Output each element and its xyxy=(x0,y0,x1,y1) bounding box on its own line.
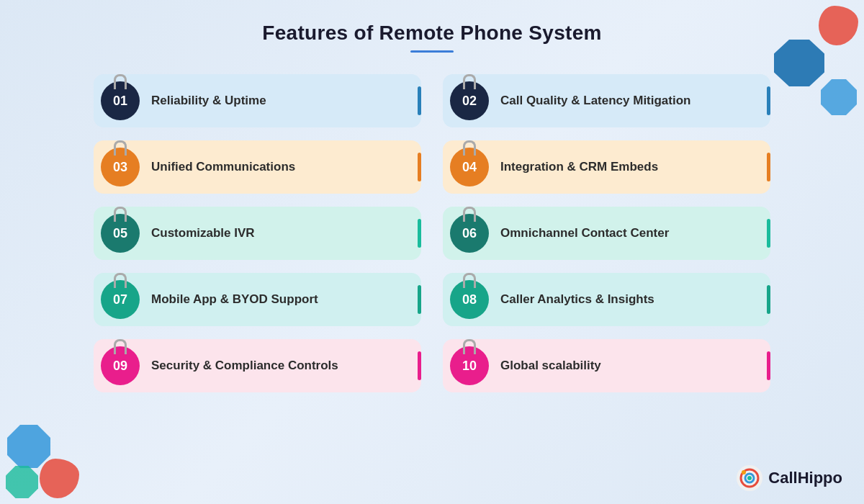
feature-accent-10 xyxy=(767,351,770,380)
logo-text: CallHippo xyxy=(768,469,842,487)
feature-badge-07: 07 xyxy=(101,280,140,319)
feature-card-09: 09Security & Compliance Controls xyxy=(94,339,421,392)
feature-card-08: 08Caller Analytics & Insights xyxy=(443,273,770,326)
feature-card-04: 04Integration & CRM Embeds xyxy=(443,140,770,194)
feature-label-04: Integration & CRM Embeds xyxy=(500,160,757,174)
svg-point-4 xyxy=(742,470,746,474)
feature-card-02: 02Call Quality & Latency Mitigation xyxy=(443,74,770,127)
feature-accent-09 xyxy=(418,351,421,380)
feature-label-09: Security & Compliance Controls xyxy=(151,359,408,373)
feature-card-03: 03Unified Communications xyxy=(94,140,421,194)
feature-card-01: 01Reliability & Uptime xyxy=(94,74,421,127)
deco-shape-bl-red xyxy=(40,459,79,498)
feature-label-10: Global scalability xyxy=(500,359,757,373)
feature-accent-06 xyxy=(767,219,770,248)
feature-accent-03 xyxy=(418,153,421,181)
feature-accent-04 xyxy=(767,153,770,181)
feature-badge-02: 02 xyxy=(450,81,489,120)
feature-card-05: 05Customizable IVR xyxy=(94,207,421,260)
feature-accent-07 xyxy=(418,285,421,314)
feature-label-07: Mobile App & BYOD Support xyxy=(151,292,408,307)
feature-label-03: Unified Communications xyxy=(151,160,408,174)
deco-shape-bl-teal xyxy=(6,466,38,498)
feature-card-06: 06Omnichannel Contact Center xyxy=(443,207,770,260)
title-section: Features of Remote Phone System xyxy=(0,0,864,53)
feature-accent-08 xyxy=(767,285,770,314)
feature-label-01: Reliability & Uptime xyxy=(151,94,408,108)
feature-card-07: 07Mobile App & BYOD Support xyxy=(94,273,421,326)
feature-label-02: Call Quality & Latency Mitigation xyxy=(500,94,757,108)
feature-label-06: Omnichannel Contact Center xyxy=(500,226,757,240)
deco-shape-tr-lightblue xyxy=(821,79,857,115)
feature-badge-05: 05 xyxy=(101,214,140,253)
callhippo-logo-icon xyxy=(737,465,762,491)
feature-badge-04: 04 xyxy=(450,148,489,186)
logo-section: CallHippo xyxy=(737,465,842,491)
feature-accent-02 xyxy=(767,86,770,115)
deco-shape-tr-blue xyxy=(774,40,824,86)
feature-badge-10: 10 xyxy=(450,346,489,385)
page-wrapper: Features of Remote Phone System 01Reliab… xyxy=(0,0,864,504)
feature-label-08: Caller Analytics & Insights xyxy=(500,292,757,307)
feature-badge-06: 06 xyxy=(450,214,489,253)
feature-accent-01 xyxy=(418,86,421,115)
deco-shape-bl-blue xyxy=(7,425,50,468)
features-grid: 01Reliability & Uptime02Call Quality & L… xyxy=(36,67,828,400)
feature-badge-03: 03 xyxy=(101,148,140,186)
title-underline xyxy=(410,50,454,53)
page-title: Features of Remote Phone System xyxy=(0,22,864,45)
feature-badge-08: 08 xyxy=(450,280,489,319)
feature-accent-05 xyxy=(418,219,421,248)
feature-badge-01: 01 xyxy=(101,81,140,120)
svg-point-3 xyxy=(747,476,752,480)
feature-label-05: Customizable IVR xyxy=(151,226,408,240)
feature-card-10: 10Global scalability xyxy=(443,339,770,392)
feature-badge-09: 09 xyxy=(101,346,140,385)
